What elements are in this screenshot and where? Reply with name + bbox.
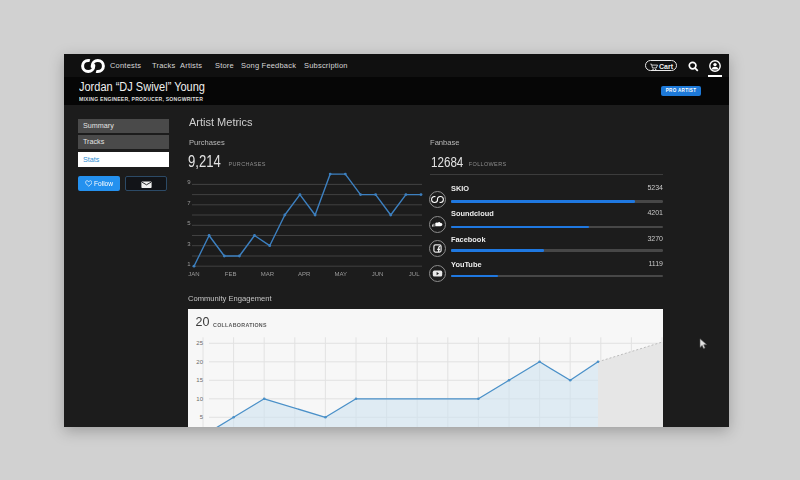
svg-text:7: 7 — [187, 200, 191, 206]
svg-text:15: 15 — [196, 377, 203, 383]
svg-text:JUL: JUL — [409, 271, 420, 277]
svg-text:JAN: JAN — [188, 271, 199, 277]
svg-text:FEB: FEB — [225, 271, 237, 277]
svg-text:20: 20 — [196, 359, 203, 365]
svg-text:APR: APR — [298, 271, 311, 277]
svg-text:10: 10 — [196, 396, 203, 402]
svg-text:3: 3 — [187, 241, 191, 247]
svg-text:1: 1 — [187, 261, 191, 267]
svg-text:5: 5 — [187, 220, 191, 226]
svg-text:MAR: MAR — [261, 271, 275, 277]
svg-text:25: 25 — [196, 340, 203, 346]
svg-text:MAY: MAY — [335, 271, 348, 277]
svg-text:9: 9 — [187, 179, 191, 185]
svg-text:JUN: JUN — [372, 271, 384, 277]
